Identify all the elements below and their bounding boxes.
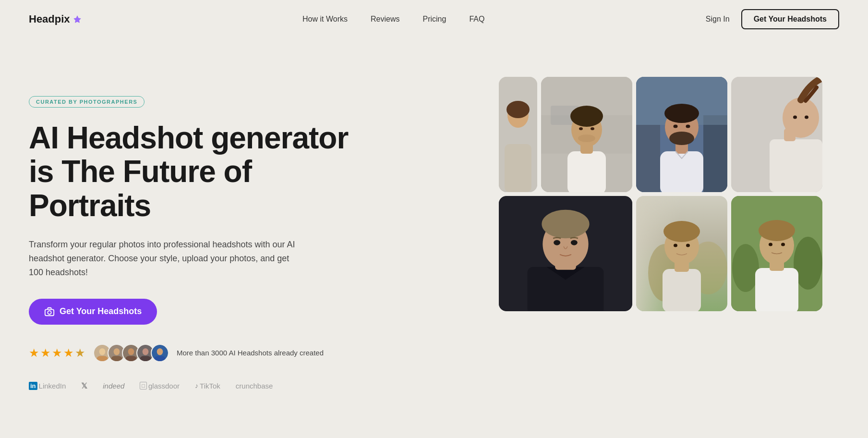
hero-title-line2: is The Future of Portraits [29, 154, 252, 222]
svg-point-72 [781, 243, 785, 246]
svg-point-9 [128, 348, 134, 355]
photo-man-dark [499, 196, 632, 311]
svg-point-47 [805, 116, 808, 119]
glassdoor-icon: □ [140, 382, 147, 389]
svg-rect-13 [140, 356, 151, 361]
svg-point-28 [579, 127, 583, 130]
photo-person-4 [731, 77, 822, 192]
brand-crunchbase: crunchbase [236, 382, 273, 390]
svg-point-65 [732, 244, 759, 292]
photo-person-6 [636, 196, 727, 311]
photo-person-2 [541, 77, 632, 192]
photo-person-7 [731, 196, 822, 311]
photo-person-3 [636, 77, 727, 192]
svg-point-38 [664, 104, 699, 123]
hero-cta-button[interactable]: Get Your Headshots [29, 299, 157, 325]
hero-section: CURATED BY PHOTOGRAPHERS AI Headshot gen… [0, 38, 868, 410]
svg-point-12 [143, 348, 149, 355]
hero-content: CURATED BY PHOTOGRAPHERS AI Headshot gen… [29, 67, 355, 390]
linkedin-icon: in [29, 382, 37, 390]
nav-faq[interactable]: FAQ [469, 15, 484, 24]
hero-title: AI Headshot generator is The Future of P… [29, 121, 355, 222]
svg-point-46 [793, 116, 797, 119]
svg-rect-20 [505, 144, 531, 192]
svg-point-63 [686, 244, 690, 247]
photo-person-5 [499, 196, 632, 311]
hero-description: Transform your regular photos into profe… [29, 238, 298, 279]
proof-text: More than 3000 AI Headshots already crea… [177, 349, 324, 357]
nav-pricing[interactable]: Pricing [422, 15, 446, 24]
photo-man-white-sweater [731, 196, 822, 311]
star-2: ★ [40, 346, 51, 360]
hero-photo-grid [499, 77, 839, 311]
svg-point-52 [542, 210, 589, 239]
crunchbase-label: crunchbase [236, 382, 273, 390]
star-3: ★ [52, 346, 62, 360]
svg-point-1 [48, 311, 51, 314]
svg-point-6 [114, 348, 120, 355]
svg-point-29 [591, 127, 594, 130]
linkedin-label: LinkedIn [39, 382, 66, 390]
tiktok-label: TikTok [200, 382, 220, 390]
nav-cta-button[interactable]: Get Your Headshots [741, 9, 839, 29]
star-4: ★ [63, 346, 74, 360]
svg-point-41 [686, 125, 690, 128]
brand-indeed: indeed [103, 382, 124, 390]
nav-actions: Sign In Get Your Headshots [706, 9, 839, 29]
svg-point-39 [669, 132, 694, 145]
sign-in-button[interactable]: Sign In [706, 15, 730, 24]
navbar: Headpix How it Works Reviews Pricing FAQ… [0, 0, 868, 38]
logo-text: Headpix [29, 13, 70, 25]
svg-rect-16 [154, 356, 165, 361]
svg-point-45 [783, 97, 819, 138]
photo-man-beard [636, 77, 727, 192]
photo-woman-partial [731, 77, 822, 192]
star-1: ★ [29, 346, 39, 360]
logo[interactable]: Headpix [29, 13, 82, 25]
svg-point-53 [554, 240, 560, 245]
tiktok-icon: ♪ [195, 382, 198, 389]
svg-rect-4 [96, 356, 108, 361]
svg-rect-35 [660, 151, 703, 192]
glassdoor-label: glassdoor [148, 382, 180, 390]
svg-point-30 [578, 134, 595, 142]
star-5: ★ [75, 346, 85, 360]
hero-title-line1: AI Headshot generator [29, 121, 348, 155]
photo-man-casual [541, 77, 632, 192]
photo-partial-left [499, 77, 537, 192]
svg-point-40 [674, 125, 678, 128]
x-icon: 𝕏 [81, 381, 87, 390]
hero-cta-label: Get Your Headshots [60, 306, 142, 316]
svg-rect-58 [663, 269, 701, 311]
social-proof: ★ ★ ★ ★ ★ [29, 344, 355, 362]
brand-tiktok: ♪ TikTok [195, 382, 220, 390]
svg-point-15 [157, 348, 163, 355]
svg-point-54 [571, 240, 578, 245]
nav-how-it-works[interactable]: How it Works [302, 15, 348, 24]
svg-point-27 [570, 106, 603, 127]
hero-badge: CURATED BY PHOTOGRAPHERS [29, 96, 145, 108]
svg-point-70 [759, 220, 795, 241]
svg-point-61 [663, 221, 700, 242]
svg-point-62 [674, 244, 677, 247]
svg-rect-43 [770, 139, 822, 192]
svg-rect-7 [111, 356, 122, 361]
brand-glassdoor: □ glassdoor [140, 382, 180, 390]
nav-reviews[interactable]: Reviews [371, 15, 399, 24]
photo-person-1 [499, 77, 537, 192]
photo-man-autumn [636, 196, 727, 311]
brand-linkedin: in LinkedIn [29, 382, 66, 390]
camera-icon [44, 306, 55, 317]
indeed-label: indeed [103, 382, 124, 390]
svg-rect-33 [703, 115, 727, 192]
brand-x: 𝕏 [81, 381, 87, 390]
svg-point-3 [99, 348, 106, 355]
svg-point-71 [769, 243, 772, 246]
user-avatars [93, 344, 169, 362]
avatar-5 [151, 344, 169, 362]
svg-point-19 [506, 101, 530, 118]
logo-icon [73, 15, 82, 24]
svg-rect-32 [636, 125, 660, 192]
svg-rect-67 [755, 268, 798, 311]
nav-links: How it Works Reviews Pricing FAQ [302, 15, 484, 24]
